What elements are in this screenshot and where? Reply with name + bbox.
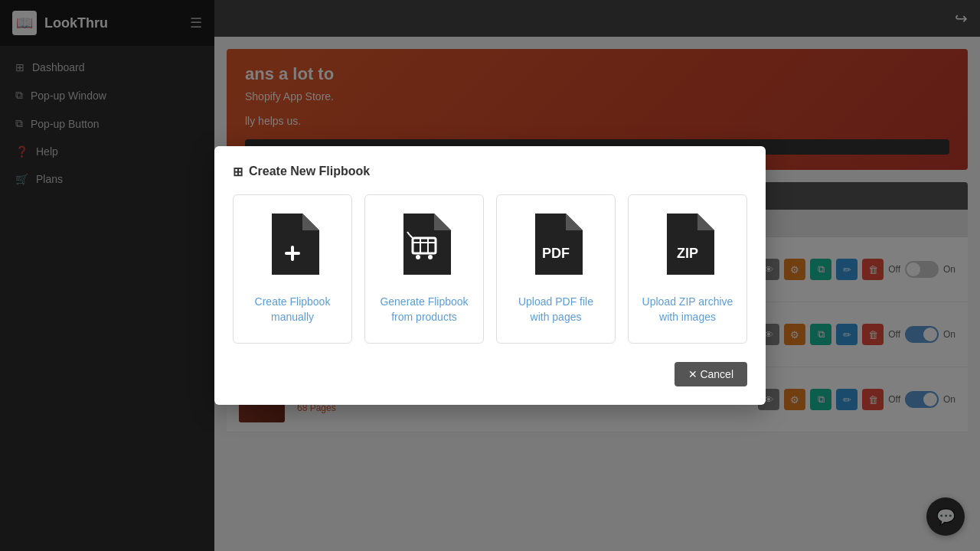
create-manually-label: Create Flipbook manually [246, 295, 339, 324]
doc-pdf-icon: PDF [529, 214, 583, 282]
upload-zip-label: Upload ZIP archive with images [641, 295, 734, 324]
modal-footer: ✕ Cancel [233, 362, 747, 386]
generate-products-label: Generate Flipbook from products [377, 295, 471, 324]
create-manually-option[interactable]: Create Flipbook manually [233, 194, 352, 344]
doc-cart-icon [397, 214, 451, 282]
modal-overlay: ⊞ Create New Flipbook Create Flipbook ma… [0, 0, 980, 551]
modal-title: ⊞ Create New Flipbook [233, 165, 747, 179]
create-flipbook-modal: ⊞ Create New Flipbook Create Flipbook ma… [214, 146, 766, 405]
upload-zip-option[interactable]: ZIP Upload ZIP archive with images [628, 194, 747, 344]
generate-from-products-option[interactable]: Generate Flipbook from products [364, 194, 484, 344]
svg-point-7 [416, 255, 420, 259]
svg-text:ZIP: ZIP [677, 246, 698, 261]
modal-title-icon: ⊞ [233, 165, 243, 179]
doc-zip-icon: ZIP [661, 214, 714, 282]
svg-text:PDF: PDF [542, 246, 570, 261]
upload-pdf-label: Upload PDF file with pages [509, 295, 603, 324]
modal-options: Create Flipbook manually [233, 194, 747, 344]
upload-pdf-option[interactable]: PDF Upload PDF file with pages [496, 194, 616, 344]
cancel-button[interactable]: ✕ Cancel [675, 362, 747, 386]
doc-plus-icon [266, 214, 319, 282]
svg-point-8 [428, 255, 433, 259]
